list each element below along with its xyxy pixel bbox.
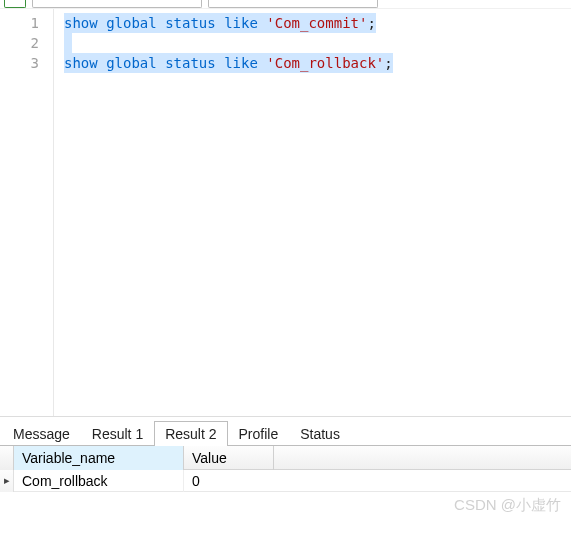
line-number: 1 bbox=[0, 13, 53, 33]
sql-editor[interactable]: 1 2 3 show global status like 'Com_commi… bbox=[0, 8, 571, 416]
toolbar-dropdown-2[interactable] bbox=[32, 0, 202, 8]
cell-value[interactable]: 0 bbox=[184, 470, 274, 492]
line-number: 2 bbox=[0, 33, 53, 53]
tab-status[interactable]: Status bbox=[289, 421, 351, 446]
tab-result-2[interactable]: Result 2 bbox=[154, 421, 227, 446]
row-indicator-icon: ▸ bbox=[0, 470, 14, 492]
code-area[interactable]: show global status like 'Com_commit'; sh… bbox=[54, 9, 571, 416]
toolbar-dropdown-1[interactable] bbox=[4, 0, 26, 8]
tab-result-1[interactable]: Result 1 bbox=[81, 421, 154, 446]
code-line[interactable]: show global status like 'Com_commit'; bbox=[54, 13, 571, 33]
grid-corner bbox=[0, 446, 14, 470]
line-number: 3 bbox=[0, 53, 53, 73]
toolbar-fragment bbox=[0, 0, 571, 8]
table-row[interactable]: ▸ Com_rollback 0 bbox=[0, 470, 571, 492]
line-gutter: 1 2 3 bbox=[0, 9, 54, 416]
cell-variable-name[interactable]: Com_rollback bbox=[14, 470, 184, 492]
results-panel: Message Result 1 Result 2 Profile Status… bbox=[0, 416, 571, 492]
results-tabs: Message Result 1 Result 2 Profile Status bbox=[0, 417, 571, 445]
grid-header-row: Variable_name Value bbox=[0, 446, 571, 470]
column-header-value[interactable]: Value bbox=[184, 446, 274, 470]
tab-profile[interactable]: Profile bbox=[228, 421, 290, 446]
column-header-variable-name[interactable]: Variable_name bbox=[14, 446, 184, 470]
code-line[interactable] bbox=[54, 33, 571, 53]
tab-message[interactable]: Message bbox=[2, 421, 81, 446]
code-line[interactable]: show global status like 'Com_rollback'; bbox=[54, 53, 571, 73]
result-grid[interactable]: Variable_name Value ▸ Com_rollback 0 bbox=[0, 445, 571, 492]
watermark-text: CSDN @小虚竹 bbox=[454, 496, 561, 515]
toolbar-dropdown-3[interactable] bbox=[208, 0, 378, 8]
